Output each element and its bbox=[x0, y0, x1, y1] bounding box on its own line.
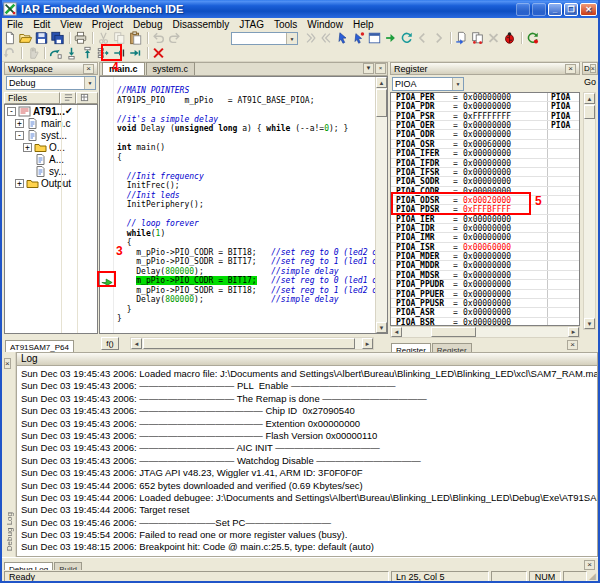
navigate-back-button[interactable] bbox=[415, 31, 431, 46]
expand-icon[interactable]: + bbox=[15, 119, 24, 128]
stop-build-button[interactable] bbox=[486, 31, 502, 46]
editor-tab-main-c[interactable]: main.c bbox=[102, 62, 145, 75]
tree-item-output[interactable]: +Output bbox=[5, 177, 97, 189]
step-out-button[interactable] bbox=[80, 46, 96, 61]
minimize-button[interactable]: _ bbox=[548, 3, 562, 16]
find-combo[interactable]: ▼ bbox=[231, 32, 298, 45]
scroll-up-icon[interactable]: ▲ bbox=[584, 93, 595, 104]
register-row[interactable]: PIOA_MDER=0x00000000 bbox=[391, 252, 579, 261]
close-icon[interactable]: × bbox=[590, 64, 596, 73]
tree-item-syst-[interactable]: -syst... bbox=[5, 129, 97, 141]
menu-item-debug[interactable]: Debug bbox=[128, 18, 167, 31]
close-icon[interactable]: × bbox=[4, 358, 11, 369]
menu-item-disassembly[interactable]: Disassembly bbox=[167, 18, 234, 31]
register-row[interactable]: PIOA_MDSR=0x00000000 bbox=[391, 271, 579, 280]
menu-item-jtag[interactable]: JTAG bbox=[234, 18, 269, 31]
toggle-bookmark-button[interactable] bbox=[335, 31, 351, 46]
browse-symbol-button[interactable] bbox=[399, 31, 415, 46]
expand-icon[interactable]: + bbox=[23, 143, 32, 152]
register-row[interactable]: PIOA_PDSR=0xFFFBFFFF bbox=[391, 205, 579, 214]
print-button[interactable] bbox=[73, 31, 89, 46]
scroll-thumb[interactable] bbox=[431, 327, 476, 337]
register-row[interactable]: PIOA_ODSR=0x00020000 bbox=[391, 196, 579, 205]
disassembly-vertical-scrollbar[interactable]: ▲ ▼ bbox=[583, 92, 596, 330]
register-row[interactable]: PIOA_PDR=0x00000000PIOA bbox=[391, 102, 579, 111]
register-row[interactable]: PIOA_PPUER=0x00000000 bbox=[391, 290, 579, 299]
register-group-combo[interactable]: PIOA ▼ bbox=[392, 77, 464, 91]
dropdown-arrow-icon[interactable]: ▼ bbox=[452, 78, 463, 90]
tree-item-main-c[interactable]: +main.c bbox=[5, 117, 97, 129]
close-document-icon[interactable]: × bbox=[375, 63, 386, 74]
scroll-thumb[interactable] bbox=[143, 338, 355, 349]
scroll-left-icon[interactable]: ◄ bbox=[391, 327, 402, 337]
dropdown-arrow-icon[interactable]: ▼ bbox=[286, 33, 297, 44]
tree-item-sy-[interactable]: sy... bbox=[5, 165, 97, 177]
workspace-file-tree[interactable]: -AT91...✔+main.c-syst...+O...A...sy...+O… bbox=[4, 104, 98, 334]
register-row[interactable]: PIOA_OER=0x00000000PIOA bbox=[391, 121, 579, 130]
save-button[interactable] bbox=[34, 31, 50, 46]
register-row[interactable]: PIOA_SODR=0x00000000 bbox=[391, 177, 579, 186]
scroll-up-icon[interactable]: ▲ bbox=[376, 77, 387, 88]
debug-button[interactable] bbox=[502, 31, 518, 46]
resize-grip[interactable]: ◢ bbox=[589, 571, 596, 582]
scroll-left-icon[interactable]: ◄ bbox=[131, 338, 142, 349]
undo-button[interactable] bbox=[151, 31, 167, 46]
menu-item-help[interactable]: Help bbox=[348, 18, 379, 31]
tree-item-a-[interactable]: A... bbox=[5, 153, 97, 165]
compile-button[interactable] bbox=[454, 31, 470, 46]
close-icon[interactable]: × bbox=[567, 340, 578, 350]
register-row[interactable]: PIOA_PSR=0xFFFFFFFFPIOA bbox=[391, 112, 579, 121]
column-icon-2[interactable] bbox=[76, 92, 98, 104]
register-row[interactable]: PIOA_OSR=0x00060000 bbox=[391, 140, 579, 149]
make-button[interactable] bbox=[470, 31, 486, 46]
dropdown-arrow-icon[interactable]: ▼ bbox=[84, 77, 95, 89]
run-to-cursor-button[interactable] bbox=[112, 46, 128, 61]
workspace-config-combo[interactable]: Debug ▼ bbox=[6, 76, 96, 90]
menu-item-view[interactable]: View bbox=[55, 18, 87, 31]
collapse-icon[interactable]: - bbox=[15, 131, 24, 140]
register-row[interactable]: PIOA_IMR=0x00000000 bbox=[391, 233, 579, 242]
register-row[interactable]: PIOA_BSR=0x00000000 bbox=[391, 318, 579, 326]
editor-vertical-scrollbar[interactable]: ▲ ▼ bbox=[375, 77, 387, 333]
paste-button[interactable] bbox=[128, 31, 144, 46]
files-column-header[interactable]: Files bbox=[4, 92, 60, 104]
menu-item-tools[interactable]: Tools bbox=[269, 18, 302, 31]
menu-item-edit[interactable]: Edit bbox=[28, 18, 55, 31]
editor-horizontal-scrollbar[interactable]: ◄ ► bbox=[130, 337, 374, 350]
navigate-next-button[interactable] bbox=[431, 31, 447, 46]
expand-icon[interactable]: + bbox=[15, 179, 24, 188]
close-icon[interactable]: × bbox=[565, 64, 576, 74]
step-into-button[interactable] bbox=[64, 46, 80, 61]
scroll-thumb[interactable] bbox=[376, 89, 387, 117]
close-icon[interactable]: × bbox=[584, 560, 595, 570]
editor-tab-system-c[interactable]: system.c bbox=[146, 62, 196, 75]
tree-item-at91-[interactable]: -AT91...✔ bbox=[5, 105, 97, 117]
register-list[interactable]: PIOA_PER=0x00000000PIOAPIOA_PDR=0x000000… bbox=[390, 92, 580, 326]
edit-window-button[interactable] bbox=[367, 31, 383, 46]
menu-item-project[interactable]: Project bbox=[87, 18, 128, 31]
register-row[interactable]: PIOA_IFSR=0x00000000 bbox=[391, 168, 579, 177]
register-row[interactable]: PIOA_PER=0x00000000PIOA bbox=[391, 93, 579, 102]
goto-function-button[interactable]: f() bbox=[101, 337, 119, 350]
navigate-forward-button[interactable] bbox=[383, 31, 399, 46]
new-document-button[interactable] bbox=[2, 31, 18, 46]
step-over-button[interactable] bbox=[48, 46, 64, 61]
break-button[interactable] bbox=[25, 46, 41, 61]
register-row[interactable]: PIOA_IFDR=0x00000000 bbox=[391, 159, 579, 168]
next-statement-button[interactable] bbox=[96, 46, 112, 61]
menu-item-window[interactable]: Window bbox=[302, 18, 348, 31]
scroll-right-icon[interactable]: ► bbox=[568, 327, 579, 337]
scroll-down-icon[interactable]: ▼ bbox=[376, 322, 387, 333]
close-icon[interactable]: × bbox=[83, 64, 94, 74]
register-row[interactable]: PIOA_ODR=0x00000000 bbox=[391, 130, 579, 139]
register-row[interactable]: PIOA_PPUSR=0x00000000 bbox=[391, 299, 579, 308]
register-row[interactable]: PIOA_CODR=0x00000000 bbox=[391, 187, 579, 196]
tab-list-icon[interactable]: ▼ bbox=[363, 63, 374, 74]
register-horizontal-scrollbar[interactable]: ◄ ► bbox=[390, 326, 580, 338]
scroll-down-icon[interactable]: ▼ bbox=[584, 318, 595, 329]
save-all-button[interactable] bbox=[50, 31, 66, 46]
go-button[interactable] bbox=[128, 46, 144, 61]
find-next-button[interactable] bbox=[303, 31, 319, 46]
code-area[interactable]: //MAIN POINTERSAT91PS_PIO m_pPio = AT91C… bbox=[114, 77, 375, 333]
scroll-thumb[interactable] bbox=[584, 105, 595, 119]
